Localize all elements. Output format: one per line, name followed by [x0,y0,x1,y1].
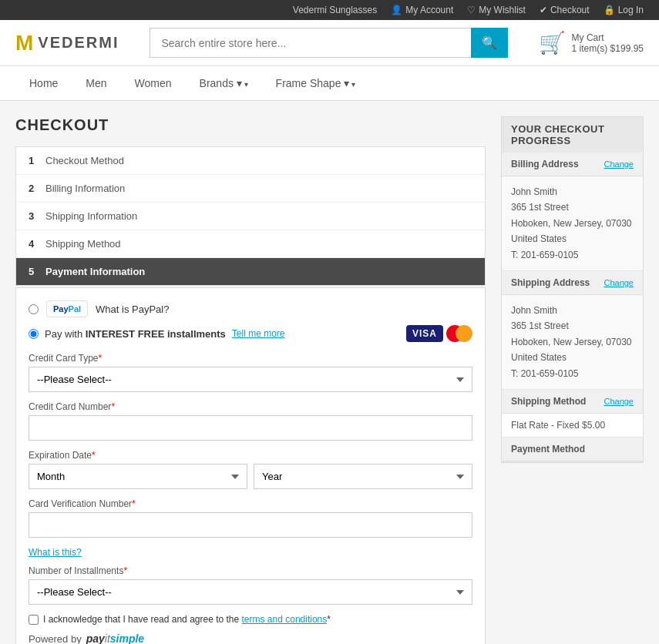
paypal-radio[interactable] [29,304,39,314]
shipping-country: United States [511,350,634,365]
powered-by: Powered by payitsimple [29,632,472,644]
logo[interactable]: M VEDERMI [15,31,119,55]
cart-info: My Cart 1 item(s) $199.95 [572,32,644,54]
credit-card-type-group: Credit Card Type* --Please Select-- Visa… [29,353,472,392]
billing-header: Billing Address Change [502,153,643,176]
terms-link[interactable]: terms and conditions [242,614,328,625]
month-select[interactable]: Month JanuaryFebruaryMarch AprilMayJune … [29,464,247,489]
checkout-sidebar: YOUR CHECKOUT PROGRESS Billing Address C… [501,116,644,644]
credit-card-number-group: Credit Card Number* [29,401,472,441]
credit-card-number-label: Credit Card Number* [29,401,472,412]
shipping-method-value: Flat Rate - Fixed $5.00 [502,414,643,437]
terms-label: I acknowledge that I have read and agree… [43,614,331,625]
shipping-change-link[interactable]: Change [604,278,634,287]
top-bar: Vedermi Sunglasses 👤 My Account ♡ My Wis… [0,0,659,20]
shipping-phone: T: 201-659-0105 [511,366,634,381]
cvv-input[interactable] [29,512,472,538]
my-wishlist-link[interactable]: ♡ My Wishlist [467,5,526,15]
terms-checkbox[interactable] [29,615,39,625]
billing-name: John Smith [511,184,634,200]
header: M VEDERMI 🔍 🛒 My Cart 1 item(s) $199.95 [0,20,659,66]
account-icon: 👤 [391,5,402,15]
shipping-method-header: Shipping Method Change [502,390,643,414]
paypal-label: What is PayPal? [96,304,169,315]
installments-radio[interactable] [29,329,39,339]
sidebar-card: YOUR CHECKOUT PROGRESS Billing Address C… [501,116,644,463]
credit-card-number-input[interactable] [29,415,472,441]
billing-address: John Smith 365 1st Street Hoboken, New J… [502,176,643,270]
payment-method-section: Payment Method [502,438,643,462]
cvv-label: Card Verification Number* [29,498,472,509]
billing-city: Hoboken, New Jersey, 07030 [511,216,634,231]
main-nav: Home Men Women Brands ▾ Frame Shape ▾ [0,66,659,101]
shipping-method-section: Shipping Method Change Flat Rate - Fixed… [502,390,643,438]
shipping-street: 365 1st Street [511,318,634,334]
nav-item-brands[interactable]: Brands ▾ [186,66,262,100]
step-3: 3 Shipping Information [16,203,485,230]
installments-number-label: Number of Installments* [29,565,472,576]
installments-row: Pay with INTEREST FREE installments Tell… [29,325,472,342]
cart-area[interactable]: 🛒 My Cart 1 item(s) $199.95 [539,30,644,55]
expiration-date-group: Expiration Date* Month JanuaryFebruaryMa… [29,450,472,489]
what-is-this-link[interactable]: What is this? [29,547,472,558]
step-5-active: 5 Payment Information [16,258,485,285]
shipping-address-section: Shipping Address Change John Smith 365 1… [502,271,643,390]
shipping-city: Hoboken, New Jersey, 07030 [511,334,634,350]
cart-label: My Cart [572,32,644,43]
payment-method-title: Payment Method [511,444,585,454]
step-1: 1 Checkout Method [16,147,485,175]
shipping-method-change-link[interactable]: Change [604,397,634,406]
paypal-logo: PayPal [46,300,88,317]
nav-item-women[interactable]: Women [121,66,186,100]
main-container: CHECKOUT 1 Checkout Method 2 Billing Inf… [0,101,659,644]
credit-card-type-label: Credit Card Type* [29,353,472,364]
shipping-section-title: Shipping Address [511,277,590,288]
search-button[interactable]: 🔍 [471,28,508,58]
login-link[interactable]: 🔒 Log In [604,5,644,15]
search-area: 🔍 [150,28,507,58]
checkout-main: CHECKOUT 1 Checkout Method 2 Billing Inf… [15,116,486,644]
billing-change-link[interactable]: Change [604,159,634,169]
lock-icon: 🔒 [604,5,615,15]
step-2: 2 Billing Information [16,175,485,203]
shipping-method-title: Shipping Method [511,396,586,407]
cvv-group: Card Verification Number* [29,498,472,538]
mastercard-icon [446,325,472,342]
tell-me-more-link[interactable]: Tell me more [232,328,285,339]
payment-section: PayPal What is PayPal? Pay with INTEREST… [15,287,486,644]
step-4: 4 Shipping Method [16,230,485,258]
billing-phone: T: 201-659-0105 [511,247,634,263]
installments-select[interactable]: --Please Select-- 36912 [29,579,472,605]
payitsimple-logo: payitsimple [86,632,144,644]
cart-count: 1 item(s) $199.95 [572,43,644,54]
my-account-link[interactable]: 👤 My Account [391,5,453,15]
sidebar-title: YOUR CHECKOUT PROGRESS [502,117,643,153]
payment-method-header: Payment Method [502,438,643,461]
date-row: Month JanuaryFebruaryMarch AprilMayJune … [29,464,472,489]
logo-m-letter: M [15,31,33,55]
logo-text: VEDERMI [38,34,119,52]
card-icons: VISA [406,325,472,342]
search-input[interactable] [150,28,470,58]
nav-item-home[interactable]: Home [15,66,72,100]
nav-item-men[interactable]: Men [72,66,120,100]
checkout-steps: 1 Checkout Method 2 Billing Information … [15,146,486,286]
paypal-row: PayPal What is PayPal? [29,300,472,317]
shipping-name: John Smith [511,303,634,318]
billing-section: Billing Address Change John Smith 365 1s… [502,153,643,271]
wishlist-icon: ♡ [467,5,476,15]
expiration-date-label: Expiration Date* [29,450,472,461]
installments-label: Pay with INTEREST FREE installments [45,328,226,340]
visa-icon: VISA [406,325,443,342]
nav-item-frame-shape[interactable]: Frame Shape ▾ [262,66,370,100]
checkout-icon: ✔ [540,5,547,15]
terms-checkbox-row: I acknowledge that I have read and agree… [29,614,472,625]
year-select[interactable]: Year 202420252026 202720282029 [254,464,472,489]
credit-card-type-select[interactable]: --Please Select-- Visa MasterCard Americ… [29,367,472,392]
shipping-header: Shipping Address Change [502,271,643,295]
checkout-link[interactable]: ✔ Checkout [540,5,590,15]
cart-icon: 🛒 [539,30,566,55]
site-name: Vedermi Sunglasses [293,5,377,15]
checkout-title: CHECKOUT [15,116,486,134]
billing-country: United States [511,231,634,247]
